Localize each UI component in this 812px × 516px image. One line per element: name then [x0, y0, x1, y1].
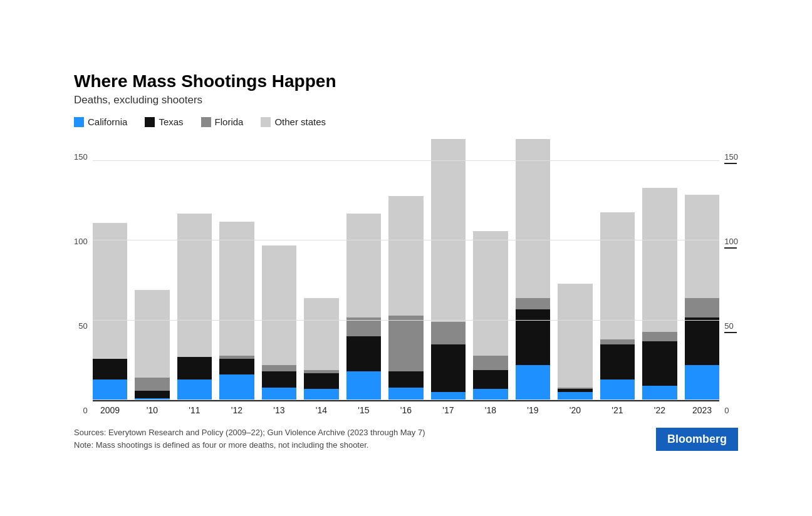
bar-segment-california — [600, 379, 635, 400]
x-label: '11 — [177, 405, 212, 415]
y-left-label: 150 — [74, 152, 88, 162]
legend: California Texas Florida Other states — [74, 116, 738, 127]
bar-segment-other — [304, 298, 339, 370]
bar-segment-other — [177, 214, 212, 357]
footer: Sources: Everytown Research and Policy (… — [74, 426, 738, 451]
gridline — [93, 400, 720, 400]
legend-label-other: Other states — [274, 116, 326, 127]
gridline — [93, 240, 720, 240]
bar-segment-other — [431, 139, 466, 322]
y-axis-right: 150100500 — [719, 152, 738, 415]
bar-segment-other — [388, 196, 424, 316]
bar-stack — [93, 223, 128, 400]
x-label: '22 — [642, 405, 677, 415]
bar-segment-california — [262, 388, 297, 400]
bar-segment-other — [135, 290, 170, 378]
bar-segment-texas — [685, 317, 720, 365]
legend-item-california: California — [74, 116, 127, 127]
y-left-label: 100 — [74, 237, 88, 246]
bloomberg-badge: Bloomberg — [656, 428, 738, 451]
x-axis: 2009'10'11'12'13'14'15'16'17'18'19'20'21… — [93, 405, 720, 415]
bar-stack — [262, 245, 297, 400]
chart-subtitle: Deaths, excluding shooters — [74, 94, 738, 106]
x-label: '19 — [516, 405, 551, 415]
bar-stack — [558, 284, 593, 400]
bar-segment-texas — [431, 344, 466, 392]
bar-segment-texas — [473, 370, 508, 390]
bar-group — [177, 138, 212, 400]
y-right-label-wrap: 50 — [724, 321, 737, 333]
legend-label-california: California — [88, 116, 127, 127]
bar-stack — [346, 214, 382, 400]
bar-group — [431, 138, 466, 400]
bar-stack — [685, 195, 720, 400]
bar-group — [473, 138, 508, 400]
bar-segment-florida — [473, 356, 508, 370]
bar-segment-other — [473, 231, 508, 356]
y-right-label: 100 — [724, 237, 738, 246]
bar-segment-california — [388, 388, 424, 400]
bar-segment-florida — [431, 322, 466, 344]
chart-container: Where Mass Shootings Happen Deaths, excl… — [61, 53, 751, 463]
bar-segment-other — [219, 222, 254, 356]
bar-stack — [135, 290, 170, 400]
bar-segment-texas — [304, 373, 339, 389]
bars-wrapper: 2009'10'11'12'13'14'15'16'17'18'19'20'21… — [93, 138, 720, 415]
legend-item-other: Other states — [261, 116, 326, 127]
bar-segment-florida — [388, 316, 424, 371]
bar-segment-california — [177, 379, 212, 400]
bar-segment-texas — [262, 371, 297, 387]
bar-segment-other — [558, 284, 593, 387]
bar-group — [346, 138, 382, 400]
bar-stack — [516, 139, 551, 400]
bar-stack — [177, 214, 212, 400]
x-label: '20 — [558, 405, 593, 415]
bar-group — [388, 138, 424, 400]
bar-segment-other — [93, 223, 128, 358]
legend-item-florida: Florida — [201, 116, 244, 127]
bars-area — [93, 138, 720, 401]
bar-segment-texas — [135, 391, 170, 399]
y-left-label: 50 — [78, 321, 87, 331]
bar-segment-florida — [516, 298, 551, 309]
other-swatch — [261, 117, 271, 127]
legend-item-texas: Texas — [145, 116, 183, 127]
bar-stack — [219, 222, 254, 400]
y-right-tick — [724, 163, 737, 164]
bar-group — [600, 138, 635, 400]
bar-segment-california — [304, 389, 339, 400]
bar-segment-other — [642, 188, 677, 331]
footer-text: Sources: Everytown Research and Policy (… — [74, 426, 425, 451]
x-label: '10 — [135, 405, 170, 415]
x-label: 2009 — [93, 405, 128, 415]
gridline — [93, 160, 720, 161]
bar-segment-california — [346, 371, 382, 400]
texas-swatch — [145, 117, 155, 127]
bar-stack — [473, 231, 508, 400]
chart-title: Where Mass Shootings Happen — [74, 71, 738, 91]
y-right-label: 0 — [724, 406, 729, 415]
bar-segment-california — [516, 365, 551, 400]
california-swatch — [74, 117, 84, 127]
y-right-tick — [724, 332, 737, 333]
bar-group — [558, 138, 593, 400]
x-label: '18 — [473, 405, 508, 415]
bar-segment-florida — [600, 339, 635, 344]
bar-group — [685, 138, 720, 400]
florida-swatch — [201, 117, 211, 127]
bar-segment-texas — [177, 357, 212, 379]
y-right-label-wrap: 100 — [724, 237, 738, 249]
bar-segment-other — [346, 214, 382, 317]
x-label: '17 — [431, 405, 466, 415]
bar-segment-texas — [642, 341, 677, 386]
bar-group — [262, 138, 297, 400]
sources-text: Sources: Everytown Research and Policy (… — [74, 426, 425, 439]
chart-area: 150100500 2009'10'11'12'13'14'15'16'17'1… — [74, 138, 738, 415]
bar-stack — [388, 196, 424, 400]
bar-segment-florida — [135, 378, 170, 390]
bar-segment-california — [473, 389, 508, 400]
y-right-tick — [724, 247, 737, 249]
bar-segment-texas — [516, 309, 551, 365]
x-label: '13 — [262, 405, 297, 415]
x-label: '15 — [346, 405, 382, 415]
